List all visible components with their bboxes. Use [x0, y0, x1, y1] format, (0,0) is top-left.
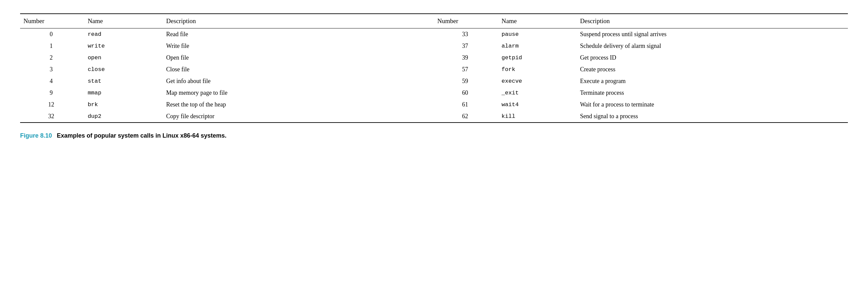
left-number-cell: 9 [20, 87, 85, 99]
right-desc-cell: Wait for a process to terminate [577, 99, 848, 110]
right-desc-cell: Suspend process until signal arrives [577, 29, 848, 40]
syscall-table: Number Name Description Number Name Desc… [20, 13, 848, 123]
left-number-cell: 1 [20, 40, 85, 52]
right-desc-cell: Create process [577, 64, 848, 75]
right-name-cell: pause [498, 29, 577, 40]
right-number-cell: 59 [434, 75, 498, 87]
table-container: Number Name Description Number Name Desc… [20, 13, 848, 123]
figure-text: Examples of popular system calls in Linu… [54, 132, 226, 139]
right-number-cell: 62 [434, 110, 498, 123]
figure-label: Figure 8.10 [20, 132, 52, 139]
right-desc-cell: Execute a program [577, 75, 848, 87]
table-row: 1 write Write file 37 alarm Schedule del… [20, 40, 848, 52]
right-desc-cell: Schedule delivery of alarm signal [577, 40, 848, 52]
col-header-number-right: Number [434, 14, 498, 29]
left-name-cell: open [85, 52, 163, 64]
left-desc-cell: Copy file descriptor [163, 110, 434, 123]
left-name-cell: brk [85, 99, 163, 110]
figure-caption: Figure 8.10 Examples of popular system c… [20, 132, 848, 139]
table-row: 12 brk Reset the top of the heap 61 wait… [20, 99, 848, 110]
right-desc-cell: Get process ID [577, 52, 848, 64]
col-header-desc-right: Description [577, 14, 848, 29]
left-desc-cell: Get info about file [163, 75, 434, 87]
left-number-cell: 32 [20, 110, 85, 123]
left-name-cell: dup2 [85, 110, 163, 123]
right-desc-cell: Send signal to a process [577, 110, 848, 123]
right-desc-cell: Terminate process [577, 87, 848, 99]
col-header-number-left: Number [20, 14, 85, 29]
left-desc-cell: Read file [163, 29, 434, 40]
right-name-cell: kill [498, 110, 577, 123]
left-name-cell: close [85, 64, 163, 75]
right-name-cell: fork [498, 64, 577, 75]
table-row: 32 dup2 Copy file descriptor 62 kill Sen… [20, 110, 848, 123]
table-row: 0 read Read file 33 pause Suspend proces… [20, 29, 848, 40]
table-row: 9 mmap Map memory page to file 60 _exit … [20, 87, 848, 99]
left-desc-cell: Reset the top of the heap [163, 99, 434, 110]
left-name-cell: read [85, 29, 163, 40]
left-desc-cell: Map memory page to file [163, 87, 434, 99]
col-header-name-left: Name [85, 14, 163, 29]
right-name-cell: _exit [498, 87, 577, 99]
left-number-cell: 0 [20, 29, 85, 40]
col-header-desc-left: Description [163, 14, 434, 29]
right-name-cell: wait4 [498, 99, 577, 110]
right-name-cell: execve [498, 75, 577, 87]
table-row: 3 close Close file 57 fork Create proces… [20, 64, 848, 75]
right-name-cell: getpid [498, 52, 577, 64]
left-desc-cell: Write file [163, 40, 434, 52]
table-row: 4 stat Get info about file 59 execve Exe… [20, 75, 848, 87]
left-name-cell: write [85, 40, 163, 52]
right-name-cell: alarm [498, 40, 577, 52]
left-name-cell: stat [85, 75, 163, 87]
left-number-cell: 4 [20, 75, 85, 87]
right-number-cell: 61 [434, 99, 498, 110]
left-desc-cell: Open file [163, 52, 434, 64]
left-name-cell: mmap [85, 87, 163, 99]
col-header-name-right: Name [498, 14, 577, 29]
right-number-cell: 60 [434, 87, 498, 99]
right-number-cell: 37 [434, 40, 498, 52]
left-number-cell: 3 [20, 64, 85, 75]
right-number-cell: 57 [434, 64, 498, 75]
right-number-cell: 39 [434, 52, 498, 64]
left-desc-cell: Close file [163, 64, 434, 75]
left-number-cell: 12 [20, 99, 85, 110]
table-row: 2 open Open file 39 getpid Get process I… [20, 52, 848, 64]
right-number-cell: 33 [434, 29, 498, 40]
table-header-row: Number Name Description Number Name Desc… [20, 14, 848, 29]
left-number-cell: 2 [20, 52, 85, 64]
